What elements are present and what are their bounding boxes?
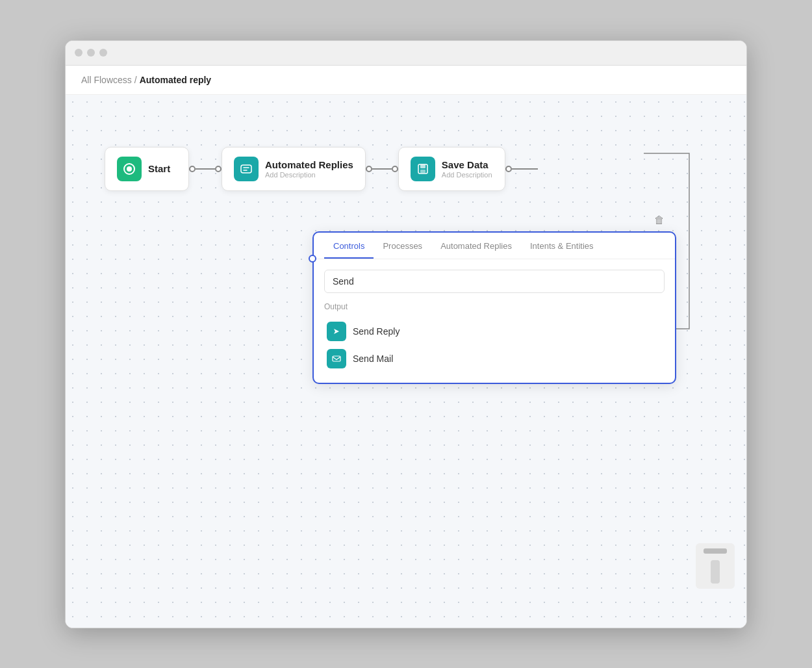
send-mail-label: Send Mail — [353, 353, 393, 364]
popup-panel: Controls Processes Automated Replies Int… — [312, 231, 676, 384]
node-automated-replies-icon — [234, 157, 259, 181]
breadcrumb-separator: / — [134, 75, 137, 85]
node-start-icon — [117, 157, 142, 181]
tab-bar: Controls Processes Automated Replies Int… — [314, 233, 675, 259]
line-2 — [372, 168, 392, 170]
dot-1b — [215, 166, 222, 172]
dot-3a — [505, 166, 512, 172]
send-mail-icon — [327, 349, 346, 368]
tab-automated-replies[interactable]: Automated Replies — [431, 233, 521, 259]
breadcrumb-current: Automated reply — [140, 75, 211, 85]
panel-connector-dot — [309, 255, 316, 263]
svg-rect-4 — [420, 164, 425, 168]
output-label: Output — [324, 302, 665, 311]
title-bar — [66, 41, 746, 66]
output-item-send-mail[interactable]: Send Mail — [324, 345, 665, 372]
browser-window: All Flowcess / Automated reply Start — [65, 40, 747, 628]
output-item-send-reply[interactable]: Send Reply — [324, 318, 665, 345]
node-save-data-desc: Add Description — [442, 171, 492, 179]
node-automated-replies-title: Automated Replies — [265, 159, 353, 171]
scrollbar-mini — [696, 543, 735, 589]
svg-rect-2 — [241, 165, 251, 173]
svg-rect-6 — [333, 356, 340, 361]
dot-2a — [366, 166, 372, 172]
panel-wrapper: Controls Processes Automated Replies Int… — [312, 231, 676, 384]
node-start-title: Start — [148, 163, 170, 175]
tab-controls[interactable]: Controls — [324, 233, 374, 259]
send-reply-icon — [327, 322, 346, 341]
node-save-data-icon — [411, 157, 435, 181]
node-automated-replies-desc: Add Description — [265, 171, 353, 179]
node-save-data[interactable]: Save Data Add Description — [398, 147, 505, 191]
node-automated-replies[interactable]: Automated Replies Add Description — [222, 147, 366, 191]
tab-intents-entities[interactable]: Intents & Entities — [521, 233, 603, 259]
breadcrumb-all[interactable]: All Flowcess — [81, 75, 132, 85]
scrollbar-track[interactable] — [711, 560, 720, 584]
node-start[interactable]: Start — [105, 147, 189, 191]
svg-point-1 — [127, 166, 132, 172]
flow-row: Start Automated Replies Add Descri — [105, 147, 538, 191]
dot-2b — [392, 166, 398, 172]
panel-body: Output Send Reply — [314, 259, 675, 383]
scrollbar-top-bar — [704, 548, 727, 554]
delete-button[interactable]: 🗑 — [649, 212, 670, 229]
dot-1a — [189, 166, 196, 172]
traffic-dot-2 — [87, 49, 95, 57]
line-3 — [512, 168, 538, 170]
traffic-dot-3 — [99, 49, 107, 57]
popup-container: 🗑 Controls Processes Automated Replies I… — [312, 212, 676, 384]
delete-row: 🗑 — [312, 212, 676, 229]
send-reply-label: Send Reply — [353, 326, 400, 337]
connector-3 — [505, 166, 538, 172]
node-save-data-content: Save Data Add Description — [442, 159, 492, 179]
line-1 — [196, 168, 215, 170]
svg-rect-5 — [420, 170, 425, 173]
search-input[interactable] — [324, 270, 665, 293]
flow-canvas: Start Automated Replies Add Descri — [66, 95, 746, 628]
breadcrumb: All Flowcess / Automated reply — [66, 66, 746, 95]
node-save-data-title: Save Data — [442, 159, 492, 171]
connector-2 — [366, 166, 398, 172]
node-automated-replies-content: Automated Replies Add Description — [265, 159, 353, 179]
connector-1 — [189, 166, 222, 172]
tab-processes[interactable]: Processes — [374, 233, 431, 259]
traffic-dot-1 — [75, 49, 82, 57]
